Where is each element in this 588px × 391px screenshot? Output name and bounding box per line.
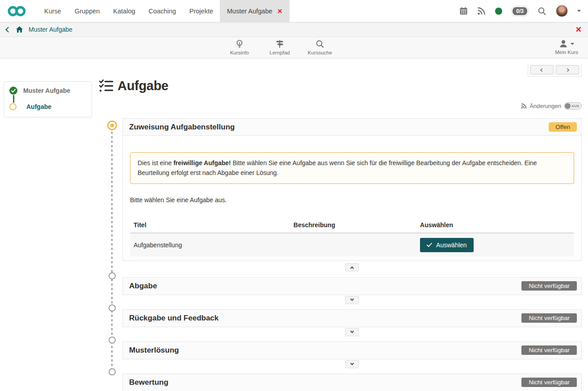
expand-section-button[interactable]	[345, 328, 359, 336]
chevron-up-icon	[350, 266, 354, 270]
calendar-icon[interactable]	[459, 7, 468, 15]
expand-section-button[interactable]	[345, 296, 359, 304]
rss-feed-icon[interactable]	[477, 7, 486, 15]
user-menu-caret-icon[interactable]	[577, 10, 581, 12]
section-title: Zuweisung Aufgabenstellung	[129, 123, 235, 132]
collapse-section-button[interactable]	[345, 263, 359, 271]
notice-text: Dies ist eine	[138, 159, 173, 166]
status-badge-nicht-verfuegbar: Nicht verfügbar	[521, 313, 577, 323]
timeline-step-icon	[109, 368, 116, 375]
infinity-logo-icon	[7, 4, 27, 18]
nav-item-katalog[interactable]: Katalog	[106, 0, 142, 22]
task-title-cell: Aufgabenstellung	[130, 233, 290, 257]
rss-small-icon	[521, 103, 527, 109]
task-steps: Zuweisung Aufgabenstellung Offen Dies is…	[122, 118, 582, 391]
select-task-button[interactable]: Auswählen	[420, 238, 474, 252]
timeline-step-icon	[109, 272, 116, 279]
person-icon	[559, 39, 568, 48]
chevron-down-icon	[350, 297, 354, 301]
section-musterloesung: Musterlösung Nicht verfügbar	[122, 341, 582, 359]
nav-item-coaching[interactable]: Coaching	[142, 0, 183, 22]
user-avatar[interactable]	[556, 5, 568, 17]
select-task-label: Auswählen	[436, 241, 467, 249]
section-zuweisung: Zuweisung Aufgabenstellung Offen Dies is…	[122, 118, 582, 261]
page-title: Aufgabe	[118, 79, 168, 93]
task-table: Titel Beschreibung Auswählen Aufgabenste…	[130, 219, 574, 257]
path-connector	[13, 95, 14, 103]
assessment-count-badge[interactable]: 0/3	[512, 6, 528, 16]
section-title: Bewertung	[129, 378, 168, 387]
toolbar-item-kurssuche[interactable]: Kurssuche	[306, 39, 334, 55]
voluntary-task-notice: Dies ist eine freiwillige Aufgabe! Bitte…	[130, 152, 574, 184]
active-tab-label: Muster Aufgabe	[227, 8, 273, 15]
completed-check-icon	[9, 87, 17, 95]
column-header-titel: Titel	[130, 219, 290, 233]
active-course-tab[interactable]: Muster Aufgabe ✕	[220, 0, 290, 22]
notice-bold-text: freiwillige Aufgabe!	[173, 159, 231, 166]
home-icon[interactable]	[16, 26, 23, 33]
nav-item-projekte[interactable]: Projekte	[183, 0, 220, 22]
nav-item-gruppen[interactable]: Gruppen	[68, 0, 106, 22]
course-node-pager	[528, 63, 582, 77]
top-navbar: Kurse Gruppen Katalog Coaching Projekte …	[0, 0, 588, 22]
chevron-down-icon	[350, 362, 354, 365]
navbar-right: 0/3	[459, 5, 588, 17]
learning-path-menu: Muster Aufgabe Aufgabe	[4, 81, 92, 117]
section-abgabe: Abgabe Nicht verfügbar	[122, 277, 582, 295]
toolbar-center: Kursinfo Lernpfad Kurssuche	[225, 39, 334, 55]
lightbulb-icon	[235, 39, 244, 49]
toggle-state-label: AUS	[571, 104, 579, 108]
course-toolbar: Kursinfo Lernpfad Kurssuche Mei	[0, 37, 588, 58]
changes-subscription: Änderungen AUS	[521, 102, 582, 110]
search-icon[interactable]	[538, 7, 546, 16]
status-badge-nicht-verfuegbar: Nicht verfügbar	[521, 345, 577, 355]
menu-item-course-root[interactable]: Muster Aufgabe	[9, 87, 86, 95]
section-header: Zuweisung Aufgabenstellung Offen	[123, 119, 581, 136]
toolbar-item-lernpfad[interactable]: Lernpfad	[265, 39, 294, 55]
changes-label: Änderungen	[529, 103, 561, 109]
section-bewertung: Bewertung Nicht verfügbar	[122, 374, 582, 391]
signpost-icon	[275, 39, 284, 49]
nav-item-kurse[interactable]: Kurse	[38, 0, 68, 22]
course-search-icon	[315, 39, 324, 49]
my-course-label: Mein Kurs	[555, 50, 578, 55]
chevron-left-icon	[540, 68, 544, 71]
openolat-logo[interactable]	[7, 4, 27, 18]
page-header: Aufgabe	[99, 79, 168, 93]
task-description-cell	[290, 233, 416, 257]
menu-item-aufgabe[interactable]: Aufgabe	[9, 103, 86, 110]
section-title: Rückgabe und Feedback	[129, 314, 218, 323]
breadcrumb-title[interactable]: Muster Aufgabe	[29, 26, 72, 33]
check-icon	[427, 243, 432, 247]
presence-status-dot	[495, 8, 502, 15]
section-body: Dies ist eine freiwillige Aufgabe! Bitte…	[123, 136, 581, 260]
column-header-beschreibung: Beschreibung	[290, 219, 416, 233]
task-checklist-icon	[99, 79, 113, 93]
my-course-menu[interactable]: Mein Kurs	[555, 39, 578, 55]
close-course-icon[interactable]: ✕	[575, 26, 582, 33]
chevron-down-icon	[350, 329, 354, 333]
next-node-button[interactable]	[556, 65, 579, 75]
toolbar-label-lernpfad: Lernpfad	[269, 50, 290, 55]
section-title: Abgabe	[129, 282, 157, 291]
expand-section-button[interactable]	[345, 360, 359, 368]
toolbar-item-kursinfo[interactable]: Kursinfo	[225, 39, 254, 55]
toolbar-label-kurssuche: Kurssuche	[308, 50, 332, 55]
section-title: Musterlösung	[129, 346, 179, 355]
menu-item-label: Muster Aufgabe	[23, 87, 70, 94]
status-badge-nicht-verfuegbar: Nicht verfügbar	[521, 378, 577, 387]
tab-close-icon[interactable]: ✕	[277, 8, 283, 15]
status-badge-offen: Offen	[549, 122, 577, 132]
column-header-auswaehlen: Auswählen	[416, 219, 574, 233]
timeline-step-icon	[109, 337, 116, 344]
changes-toggle[interactable]: AUS	[564, 102, 582, 110]
status-badge-nicht-verfuegbar: Nicht verfügbar	[521, 281, 577, 291]
previous-node-button[interactable]	[530, 65, 554, 75]
open-step-circle-icon	[9, 103, 17, 110]
chevron-right-icon	[566, 68, 569, 71]
my-course-caret-icon	[571, 43, 574, 45]
timeline-dashed-line	[111, 132, 113, 370]
breadcrumb: Muster Aufgabe ✕	[0, 22, 588, 37]
menu-item-label: Aufgabe	[26, 103, 51, 110]
back-chevron-icon[interactable]	[5, 27, 11, 33]
